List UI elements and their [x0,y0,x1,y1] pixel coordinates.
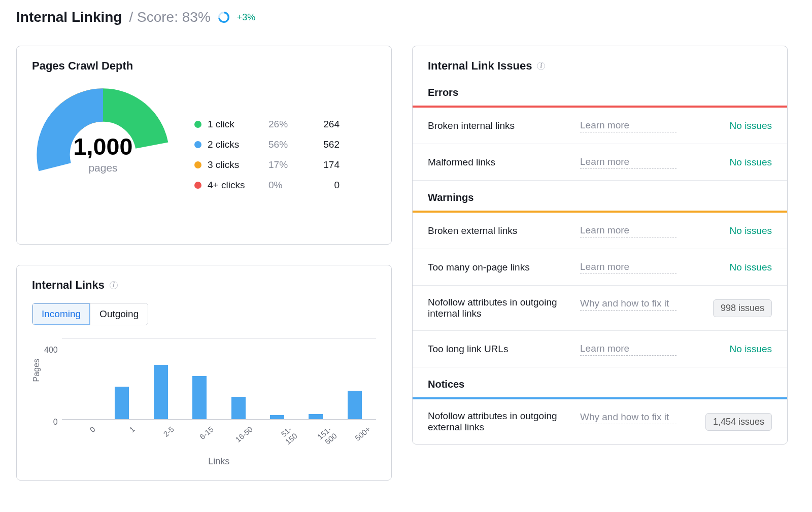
learn-more-link[interactable]: Learn more [580,120,676,132]
section-warnings: Warnings [413,181,787,211]
info-icon[interactable]: i [110,281,118,289]
legend-row-1click[interactable]: 1 click 26% 264 [194,119,376,130]
bars [62,338,376,419]
status-no-issues: No issues [687,344,772,355]
bar[interactable] [309,414,323,419]
legend-row-2clicks[interactable]: 2 clicks 56% 562 [194,139,376,150]
why-fix-link[interactable]: Why and how to fix it [580,412,676,424]
status-no-issues: No issues [687,157,772,168]
issue-nofollow-internal[interactable]: Nofollow attributes in outgoing internal… [413,286,787,331]
swatch-icon [194,161,201,168]
internal-links-barchart: Pages 400 0 012-56-1516-5051-150151-5005… [32,338,376,467]
info-icon[interactable]: i [537,62,545,70]
section-notices: Notices [413,367,787,397]
xaxis-tick: 51-150 [273,425,299,451]
legend-row-3clicks[interactable]: 3 clicks 17% 174 [194,159,376,170]
xaxis-tick: 500+ [351,425,378,451]
donut-total: 1,000 [74,133,133,160]
yaxis-ticks: 400 0 [44,346,62,427]
bar[interactable] [231,397,246,419]
crawl-depth-donut: 1,000 pages [32,84,174,226]
issue-nofollow-external[interactable]: Nofollow attributes in outgoing external… [413,399,787,444]
swatch-icon [194,121,201,128]
xaxis-tick: 6-15 [194,425,220,451]
tab-incoming[interactable]: Incoming [32,303,90,325]
xaxis-ticks: 012-56-1516-5051-150151-500500+ [62,425,376,442]
xaxis-tick: 16-50 [233,425,259,451]
page-header: Internal Linking / Score: 83% +3% [16,9,796,25]
bar[interactable] [154,365,168,419]
swatch-icon [194,141,201,148]
link-issues-card: Internal Link Issues i Errors Broken int… [412,46,788,445]
crawl-depth-card: Pages Crawl Depth 1,000 pages 1 click [16,46,392,245]
link-issues-title: Internal Link Issues [428,59,532,73]
tab-outgoing[interactable]: Outgoing [90,303,148,325]
issue-broken-internal[interactable]: Broken internal links Learn more No issu… [413,108,787,144]
crawl-depth-title: Pages Crawl Depth [32,59,376,73]
crawl-depth-legend: 1 click 26% 264 2 clicks 56% 562 3 click… [194,119,376,191]
bar[interactable] [192,376,207,419]
issue-too-many-onpage[interactable]: Too many on-page links Learn more No iss… [413,249,787,286]
bar[interactable] [348,391,362,419]
link-direction-tabs: Incoming Outgoing [32,303,148,325]
xaxis-tick: 1 [115,425,142,451]
internal-links-card: Internal Links i Incoming Outgoing Pages… [16,265,392,481]
issue-malformed[interactable]: Malformed links Learn more No issues [413,144,787,181]
xaxis-tick: 2-5 [155,425,181,451]
score-delta-donut-icon [218,11,230,23]
score-label: / Score: 83% [129,9,210,25]
learn-more-link[interactable]: Learn more [580,261,676,274]
status-no-issues: No issues [687,120,772,131]
status-no-issues: No issues [687,262,772,273]
page-title: Internal Linking [16,9,122,25]
internal-links-title: Internal Links [32,279,105,292]
issue-too-long-urls[interactable]: Too long link URLs Learn more No issues [413,331,787,367]
status-no-issues: No issues [687,225,772,236]
why-fix-link[interactable]: Why and how to fix it [580,298,676,311]
issue-count-badge[interactable]: 1,454 issues [705,413,772,431]
donut-total-label: pages [88,162,117,174]
xaxis-tick: 151-500 [312,425,338,451]
section-errors: Errors [413,76,787,106]
yaxis-label: Pages [32,359,41,382]
issue-count-badge[interactable]: 998 issues [713,299,772,317]
learn-more-link[interactable]: Learn more [580,343,676,356]
legend-row-4plus[interactable]: 4+ clicks 0% 0 [194,180,376,191]
xaxis-tick: 0 [76,425,103,451]
score-delta: +3% [237,12,256,23]
issue-broken-external[interactable]: Broken external links Learn more No issu… [413,213,787,249]
swatch-icon [194,182,201,189]
learn-more-link[interactable]: Learn more [580,225,676,237]
bar[interactable] [270,415,284,419]
xaxis-label: Links [62,456,376,467]
bar[interactable] [115,387,129,419]
learn-more-link[interactable]: Learn more [580,156,676,169]
